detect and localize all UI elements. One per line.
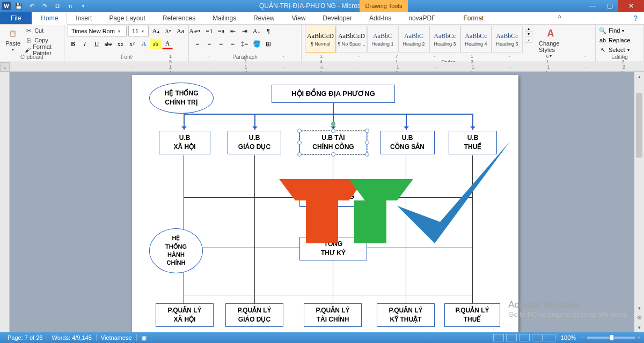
vertical-scrollbar[interactable]: ▴ ▾ ⦿ ▾ bbox=[634, 72, 644, 332]
save-icon[interactable]: 💾 bbox=[14, 1, 24, 11]
status-words[interactable]: Words: 4/9,145 bbox=[47, 334, 96, 341]
shape-ellipse-politics[interactable]: HỆ THỐNG CHÍNH TRỊ bbox=[149, 83, 214, 114]
text-effects-button[interactable]: A bbox=[138, 39, 149, 49]
numbering-button[interactable]: ≡1 bbox=[204, 26, 215, 36]
resize-handle[interactable] bbox=[365, 140, 369, 145]
underline-button[interactable]: U bbox=[91, 39, 102, 49]
paste-dropdown-icon[interactable]: ▾ bbox=[12, 47, 14, 52]
scroll-down-icon[interactable]: ▾ bbox=[634, 303, 644, 313]
change-case-button[interactable]: Aa bbox=[175, 26, 186, 36]
grow-font-button[interactable]: A▴ bbox=[150, 26, 161, 36]
tab-addins[interactable]: Add-Ins bbox=[361, 12, 400, 24]
outdent-button[interactable]: ⇤ bbox=[228, 26, 238, 36]
zoom-in-button[interactable]: + bbox=[638, 334, 641, 341]
close-button[interactable]: ✕ bbox=[618, 0, 644, 12]
resize-handle[interactable] bbox=[365, 152, 369, 156]
view-full-screen-button[interactable] bbox=[506, 334, 517, 341]
ribbon-collapse-icon[interactable]: ^ bbox=[552, 12, 568, 24]
zoom-slider[interactable] bbox=[587, 337, 635, 339]
subscript-button[interactable]: x₂ bbox=[115, 39, 126, 49]
view-outline-button[interactable] bbox=[532, 334, 543, 341]
horizontal-ruler[interactable]: L · 1 · 8 · 1 · 7 · 1 · 6 · 1 · 5 · 1 · … bbox=[0, 62, 644, 72]
style-item[interactable]: AaBbCHeading 2 bbox=[398, 26, 429, 53]
shape-ub-giaoduc[interactable]: U.B GIÁO DỤC bbox=[228, 131, 281, 154]
scroll-thumb[interactable] bbox=[636, 93, 642, 158]
strike-button[interactable]: abc bbox=[103, 39, 114, 49]
view-web-button[interactable] bbox=[519, 334, 530, 341]
zoom-level[interactable]: 100% bbox=[561, 334, 576, 341]
resize-handle[interactable] bbox=[365, 129, 369, 133]
view-print-layout-button[interactable] bbox=[493, 334, 504, 341]
tab-view[interactable]: View bbox=[283, 12, 314, 24]
align-right-button[interactable]: ≡ bbox=[216, 39, 226, 49]
cut-button[interactable]: ✂Cut bbox=[25, 26, 61, 35]
ruler-corner[interactable]: L bbox=[0, 62, 10, 72]
prev-page-icon[interactable]: ⦿ bbox=[634, 313, 644, 323]
zoom-thumb[interactable] bbox=[610, 335, 613, 340]
vertical-ruler[interactable] bbox=[0, 72, 10, 332]
rotate-handle[interactable] bbox=[331, 122, 335, 126]
shape-ub-congsan[interactable]: U.B CÔNG SẢN bbox=[380, 131, 435, 154]
multilevel-button[interactable]: ≡a bbox=[216, 26, 226, 36]
indent-button[interactable]: ⇥ bbox=[239, 26, 250, 36]
tab-developer[interactable]: Developer bbox=[314, 12, 361, 24]
omega-icon[interactable]: Ω bbox=[53, 1, 62, 11]
tab-home[interactable]: Home bbox=[32, 12, 67, 25]
document-page[interactable]: HỆ THỐNG CHÍNH TRỊ HỘI ĐỒNG ĐỊA PHƯƠNG U… bbox=[132, 75, 518, 332]
shape-pq-giaoduc[interactable]: P.QUẢN LÝ GIÁO DỤC bbox=[225, 303, 283, 327]
resize-handle[interactable] bbox=[331, 152, 335, 156]
pilcrow-button[interactable]: ¶ bbox=[263, 26, 274, 36]
view-draft-button[interactable] bbox=[545, 334, 555, 341]
font-color-button[interactable]: A bbox=[162, 39, 173, 49]
undo-icon[interactable]: ↶ bbox=[27, 1, 36, 11]
shape-tongthuk[interactable]: TỔNG THƯ KÝ bbox=[299, 237, 367, 260]
shrink-font-button[interactable]: A▾ bbox=[163, 26, 173, 36]
style-item[interactable]: AaBbCHeading 1 bbox=[367, 26, 398, 53]
status-language[interactable]: Vietnamese bbox=[97, 334, 137, 341]
zoom-out-button[interactable]: − bbox=[581, 334, 584, 341]
resize-handle[interactable] bbox=[297, 129, 302, 133]
format-painter-button[interactable]: 🖌Format Painter bbox=[25, 46, 61, 54]
tab-mailings[interactable]: Mailings bbox=[204, 12, 245, 24]
shape-thitruong[interactable]: THỊ TRƯỜNG bbox=[299, 187, 367, 207]
justify-button[interactable]: ≡ bbox=[228, 39, 238, 49]
tab-novapdf[interactable]: novaPDF bbox=[400, 12, 444, 24]
find-button[interactable]: 🔍Find ▾ bbox=[599, 26, 630, 35]
align-left-button[interactable]: ≡ bbox=[192, 39, 203, 49]
pi-icon[interactable]: π bbox=[65, 1, 75, 11]
styles-gallery[interactable]: AaBbCcD¶ NormalAaBbCcD¶ No Spaci...AaBbC… bbox=[305, 26, 523, 53]
status-page[interactable]: Page: 7 of 26 bbox=[3, 334, 47, 341]
style-item[interactable]: AaBbCcHeading 4 bbox=[460, 26, 492, 53]
resize-handle[interactable] bbox=[297, 152, 302, 156]
font-size-combo[interactable]: 11▾ bbox=[128, 26, 149, 36]
shape-pq-xahoi[interactable]: P.QUẢN LÝ XÃ HỘI bbox=[156, 303, 214, 327]
resize-handle[interactable] bbox=[297, 140, 302, 145]
style-item[interactable]: AaBbCcHeading 5 bbox=[492, 26, 523, 53]
style-item[interactable]: AaBbCcD¶ No Spaci... bbox=[336, 26, 367, 53]
status-macro-icon[interactable]: ▣ bbox=[137, 334, 151, 341]
shape-pq-taichinh[interactable]: P.QUẢN LÝ TÀI CHÍNH bbox=[304, 303, 362, 327]
tab-references[interactable]: References bbox=[154, 12, 204, 24]
tab-file[interactable]: File bbox=[0, 12, 32, 24]
shape-ub-taichinh-selected[interactable]: U.B TÀI CHÍNH CÔNG bbox=[299, 131, 367, 154]
highlight-button[interactable]: ab bbox=[150, 39, 161, 49]
align-center-button[interactable]: ≡ bbox=[204, 39, 215, 49]
sort-button[interactable]: A↓ bbox=[251, 26, 262, 36]
italic-button[interactable]: I bbox=[79, 39, 90, 49]
tab-insert[interactable]: Insert bbox=[67, 12, 100, 24]
maximize-button[interactable]: ▢ bbox=[601, 0, 618, 12]
borders-button[interactable]: ⊞ bbox=[263, 39, 274, 49]
next-page-icon[interactable]: ▾ bbox=[634, 323, 644, 332]
resize-handle[interactable] bbox=[331, 129, 335, 133]
shape-council[interactable]: HỘI ĐỒNG ĐỊA PHƯƠNG bbox=[272, 85, 395, 103]
shape-pq-kythuat[interactable]: P.QUẢN LÝ KỸ THUẬT bbox=[377, 303, 435, 327]
shape-ub-thue[interactable]: U.B THUẾ bbox=[449, 131, 497, 154]
redo-icon[interactable]: ↷ bbox=[40, 1, 49, 11]
bullets-button[interactable]: ≡• bbox=[192, 26, 203, 36]
shading-button[interactable]: 🪣 bbox=[251, 39, 262, 49]
replace-button[interactable]: abReplace bbox=[599, 36, 630, 44]
styles-more[interactable]: ▴▾⌄ bbox=[525, 26, 532, 43]
paste-button[interactable]: 📋 Paste ▾ bbox=[3, 26, 23, 53]
style-item[interactable]: AaBbCcHeading 3 bbox=[429, 26, 460, 53]
minimize-button[interactable]: — bbox=[584, 0, 601, 12]
